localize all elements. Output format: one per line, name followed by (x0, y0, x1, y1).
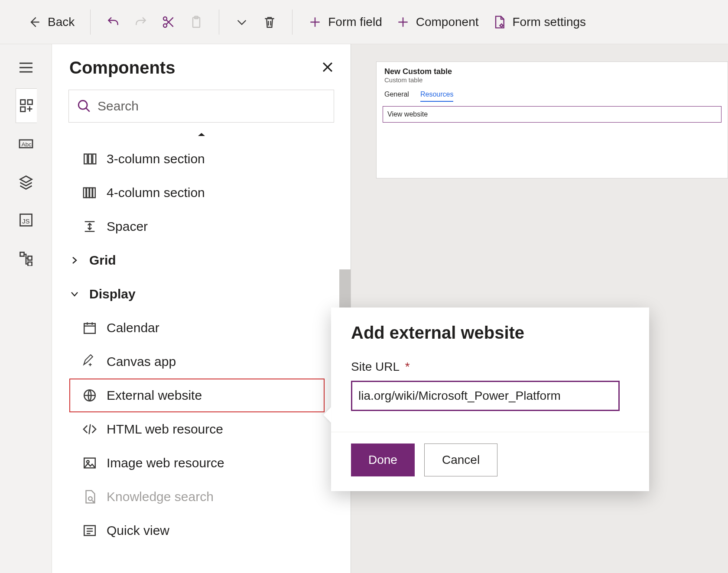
callout-arrow (323, 407, 331, 423)
item-label: Canvas app (107, 354, 176, 369)
svg-point-27 (88, 497, 92, 501)
done-button[interactable]: Done (351, 444, 415, 476)
rail-tree[interactable] (16, 248, 36, 269)
left-rail: Abc JS (0, 44, 52, 573)
website-slot[interactable]: View website (383, 106, 722, 123)
close-icon (320, 60, 335, 74)
file-search-icon (82, 489, 97, 504)
dialog-title: Add external website (351, 323, 629, 343)
svg-rect-17 (88, 154, 91, 164)
add-form-field-button[interactable]: Form field (306, 13, 384, 32)
search-box[interactable] (68, 90, 334, 123)
scissors-icon (162, 15, 176, 29)
svg-rect-18 (93, 154, 96, 164)
svg-rect-19 (84, 188, 86, 198)
back-button[interactable]: Back (26, 13, 76, 32)
item-label: Image web resource (107, 456, 224, 470)
tab-general[interactable]: General (384, 91, 409, 102)
site-url-label: Site URL * (351, 360, 629, 374)
components-panel: Components 3-column section 4-column sec… (52, 44, 351, 573)
required-asterisk: * (405, 360, 410, 373)
abc-icon: Abc (18, 136, 34, 152)
item-calendar[interactable]: Calendar (69, 311, 351, 345)
svg-rect-20 (87, 188, 89, 198)
form-title: New Custom table (384, 67, 720, 76)
svg-rect-13 (28, 256, 32, 260)
redo-icon (134, 15, 148, 29)
list-icon (82, 523, 97, 538)
trash-icon (263, 15, 276, 29)
command-bar: Back Form field Component Form settings (0, 0, 728, 44)
code-icon (82, 422, 97, 437)
item-4column[interactable]: 4-column section (69, 176, 351, 210)
cancel-label: Cancel (442, 453, 480, 467)
svg-point-0 (163, 17, 167, 20)
cut-button[interactable] (160, 13, 177, 32)
clipboard-icon (189, 15, 203, 29)
item-html-webresource[interactable]: HTML web resource (69, 412, 351, 446)
svg-rect-5 (20, 100, 25, 105)
form-field-label: Form field (328, 15, 382, 29)
item-3column[interactable]: 3-column section (69, 142, 351, 176)
group-label: Grid (89, 253, 116, 268)
item-label: 3-column section (107, 152, 205, 166)
add-component-button[interactable]: Component (394, 13, 481, 32)
rail-components[interactable] (16, 95, 36, 116)
svg-point-26 (87, 460, 89, 463)
undo-button[interactable] (104, 13, 122, 32)
item-canvasapp[interactable]: Canvas app (69, 345, 351, 379)
group-display[interactable]: Display (69, 277, 351, 311)
plus-icon (308, 15, 322, 29)
redo-button[interactable] (132, 13, 150, 32)
item-image-webresource[interactable]: Image web resource (69, 446, 351, 480)
layers-icon (18, 174, 34, 190)
site-url-input[interactable] (351, 381, 620, 411)
group-label: Display (89, 287, 136, 301)
cancel-button[interactable]: Cancel (424, 444, 497, 476)
item-label: 4-column section (107, 185, 205, 200)
form-settings-button[interactable]: Form settings (491, 13, 588, 32)
divider (292, 10, 292, 35)
item-label: Calendar (107, 320, 159, 335)
js-icon: JS (18, 212, 34, 228)
search-input[interactable] (98, 99, 326, 113)
item-label: Quick view (107, 523, 169, 538)
svg-text:Abc: Abc (21, 141, 32, 148)
panel-close-button[interactable] (320, 60, 335, 76)
add-external-website-dialog: Add external website Site URL * Done Can… (331, 308, 649, 491)
components-tree: 3-column section 4-column section Spacer… (52, 139, 351, 573)
paste-button[interactable] (188, 13, 205, 32)
rail-js[interactable]: JS (16, 210, 36, 230)
undo-icon (106, 15, 120, 29)
hamburger-button[interactable] (16, 57, 36, 78)
rail-fields[interactable]: Abc (16, 133, 36, 154)
tab-resources[interactable]: Resources (420, 91, 453, 102)
more-dropdown[interactable] (233, 13, 250, 32)
slot-label: View website (387, 110, 428, 118)
delete-button[interactable] (261, 13, 278, 32)
form-tabs: General Resources (377, 85, 728, 102)
divider (90, 10, 91, 35)
file-gear-icon (492, 15, 506, 29)
search-icon (77, 99, 91, 113)
item-quick-view[interactable]: Quick view (69, 514, 351, 547)
svg-rect-23 (84, 324, 95, 333)
form-preview[interactable]: New Custom table Custom table General Re… (376, 62, 728, 178)
svg-point-4 (500, 24, 503, 26)
item-knowledge-search[interactable]: Knowledge search (69, 480, 351, 514)
item-label: HTML web resource (107, 422, 223, 437)
chevron-right-icon (69, 255, 80, 265)
item-external-website[interactable]: External website (69, 379, 325, 412)
rail-layers[interactable] (16, 172, 36, 192)
dialog-button-row: Done Cancel (331, 432, 649, 491)
form-subtitle: Custom table (384, 76, 720, 84)
svg-rect-12 (20, 253, 24, 256)
arrow-left-icon (28, 15, 42, 29)
svg-rect-16 (84, 154, 87, 164)
group-grid[interactable]: Grid (69, 243, 351, 277)
caret-up-icon (197, 131, 206, 137)
item-spacer[interactable]: Spacer (69, 210, 351, 243)
svg-text:JS: JS (22, 217, 30, 225)
scroll-up-indicator[interactable] (52, 130, 351, 139)
svg-rect-6 (28, 100, 32, 105)
